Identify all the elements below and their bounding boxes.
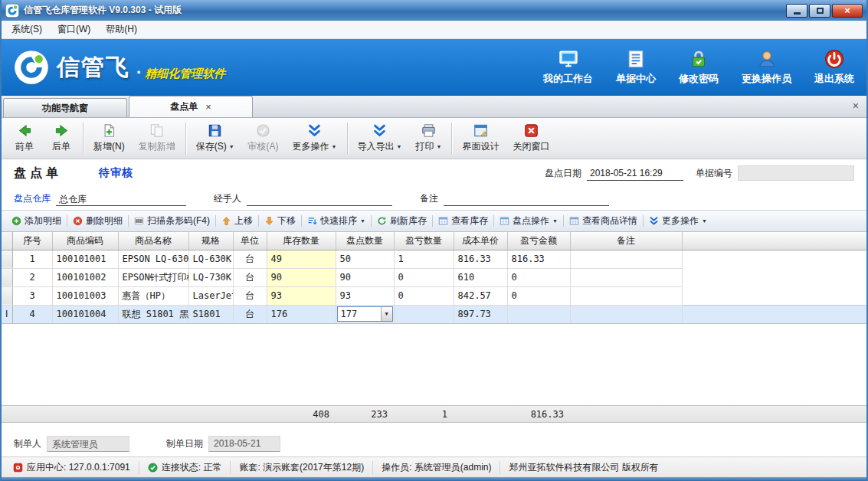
- table-row-4[interactable]: I4100101004联想 S1801 黑白激S1801台176177▼897.…: [2, 305, 866, 323]
- cell-name[interactable]: 惠普（HP）: [118, 286, 188, 305]
- cell-stock_qty[interactable]: 93: [267, 286, 336, 305]
- cell-stock_qty[interactable]: 176: [267, 305, 336, 323]
- cell-count_qty[interactable]: 177▼: [336, 305, 394, 323]
- editor-dropdown-button[interactable]: ▼: [381, 307, 392, 321]
- banner-action-my-workbench[interactable]: 我的工作台: [543, 49, 593, 86]
- cell-diff_qty[interactable]: 0: [394, 286, 454, 305]
- cell-diff_amount[interactable]: [507, 305, 570, 323]
- column-header[interactable]: 序号: [12, 232, 52, 250]
- tab-close-icon[interactable]: ×: [205, 102, 211, 112]
- cell-stock_qty[interactable]: 90: [267, 268, 336, 286]
- cell-name[interactable]: EPSON针式打印机: [118, 268, 188, 286]
- cell-spec[interactable]: S1801: [188, 305, 233, 323]
- count-qty-editor[interactable]: 177▼: [337, 306, 393, 322]
- cell-spec[interactable]: LQ-730K: [188, 268, 233, 286]
- titlebar[interactable]: 信管飞仓库管理软件 V9.0.303 - 试用版 ×: [2, 0, 866, 21]
- cell-code[interactable]: 100101002: [52, 268, 118, 286]
- detail-quick-sort-button[interactable]: 快速排序▼: [302, 214, 371, 227]
- cell-cost_price[interactable]: 842.57: [454, 286, 507, 305]
- count-date-field[interactable]: 2018-05-21 16:29: [587, 166, 683, 181]
- tabstrip-close-icon[interactable]: ×: [853, 100, 859, 112]
- toolbar-import-export-button[interactable]: 导入导出▼: [351, 120, 409, 156]
- cell-remark[interactable]: [570, 286, 682, 305]
- toolbar-more-ops-button[interactable]: 更多操作▼: [286, 120, 344, 156]
- detail-scan-barcode-button[interactable]: 扫描条形码(F4): [129, 214, 215, 227]
- cell-spec[interactable]: LQ-630K: [188, 250, 233, 268]
- cell-diff_qty[interactable]: 0: [394, 268, 454, 286]
- cell-code[interactable]: 100101004: [52, 305, 118, 323]
- cell-count_qty[interactable]: 93: [336, 286, 394, 305]
- toolbar-new-button[interactable]: 新增(N): [87, 120, 132, 156]
- cell-seq[interactable]: 1: [12, 250, 52, 268]
- toolbar-ui-design-button[interactable]: 界面设计: [455, 120, 506, 156]
- detail-move-up-button[interactable]: 上移: [216, 214, 258, 227]
- cell-unit[interactable]: 台: [233, 250, 267, 268]
- handler-field[interactable]: [247, 191, 392, 206]
- cell-count_qty[interactable]: 90: [336, 268, 394, 286]
- cell-remark[interactable]: [570, 305, 682, 323]
- toolbar-save-button[interactable]: 保存(S)▼: [189, 120, 241, 156]
- column-header[interactable]: 单位: [233, 232, 267, 250]
- detail-view-stock-button[interactable]: 查看库存: [433, 214, 493, 227]
- cell-spec[interactable]: LaserJet: [188, 286, 233, 305]
- cell-cost_price[interactable]: 897.73: [454, 305, 507, 323]
- column-header[interactable]: 备注: [570, 232, 682, 250]
- column-header[interactable]: 库存数量: [267, 232, 336, 250]
- cell-seq[interactable]: 2: [12, 268, 52, 286]
- cell-diff_amount[interactable]: 0: [507, 286, 570, 305]
- cell-cost_price[interactable]: 610: [454, 268, 507, 286]
- cell-name[interactable]: EPSON LQ-630K: [118, 250, 188, 268]
- close-button[interactable]: ×: [832, 4, 863, 18]
- toolbar-close-window-button[interactable]: 关闭窗口: [506, 120, 556, 156]
- cell-code[interactable]: 100101001: [52, 250, 118, 268]
- menu-window[interactable]: 窗口(W): [50, 21, 98, 38]
- cell-seq[interactable]: 3: [12, 286, 52, 305]
- detail-more-ops-button[interactable]: 更多操作▼: [644, 214, 712, 227]
- cell-unit[interactable]: 台: [233, 286, 267, 305]
- detail-view-product-detail-button[interactable]: 查看商品详情: [564, 214, 643, 227]
- detail-refresh-stock-button[interactable]: 刷新库存: [372, 214, 432, 227]
- column-header[interactable]: 商品名称: [118, 232, 188, 250]
- cell-stock_qty[interactable]: 49: [267, 250, 336, 268]
- cell-diff_qty[interactable]: [394, 305, 454, 323]
- column-header[interactable]: 商品编码: [52, 232, 118, 250]
- cell-remark[interactable]: [570, 250, 682, 268]
- cell-name[interactable]: 联想 S1801 黑白激: [118, 305, 188, 323]
- toolbar-print-button[interactable]: 打印▼: [408, 120, 448, 156]
- maximize-button[interactable]: [809, 4, 830, 18]
- banner-action-switch-operator[interactable]: 更换操作员: [742, 49, 791, 86]
- menu-help[interactable]: 帮助(H): [98, 21, 145, 38]
- warehouse-field[interactable]: 总仓库: [56, 191, 186, 206]
- table-row-2[interactable]: 2100101002EPSON针式打印机LQ-730K台909006100: [2, 268, 866, 286]
- detail-count-ops-button[interactable]: 盘点操作▼: [494, 214, 563, 227]
- cell-count_qty[interactable]: 50: [336, 250, 394, 268]
- detail-move-down-button[interactable]: 下移: [259, 214, 301, 227]
- cell-cost_price[interactable]: 816.33: [454, 250, 507, 268]
- cell-unit[interactable]: 台: [233, 268, 267, 286]
- cell-code[interactable]: 100101003: [52, 286, 118, 305]
- cell-seq[interactable]: 4: [12, 305, 52, 323]
- tab-stocktaking[interactable]: 盘点单×: [129, 96, 253, 117]
- banner-action-exit-system[interactable]: 退出系统: [814, 49, 854, 86]
- toolbar-prev-doc-button[interactable]: 前单: [6, 120, 43, 156]
- detail-delete-detail-button[interactable]: 删除明细: [67, 214, 128, 227]
- cell-diff_qty[interactable]: 1: [394, 250, 454, 268]
- toolbar-audit-button[interactable]: 审核(A): [241, 120, 286, 156]
- column-header[interactable]: 盘点数量: [336, 232, 394, 250]
- cell-diff_amount[interactable]: 0: [507, 268, 570, 286]
- menu-system[interactable]: 系统(S): [4, 21, 50, 38]
- cell-unit[interactable]: 台: [233, 305, 267, 323]
- minimize-button[interactable]: [786, 4, 807, 18]
- column-header[interactable]: 盈亏数量: [394, 232, 454, 250]
- cell-diff_amount[interactable]: 816.33: [507, 250, 570, 268]
- banner-action-change-password[interactable]: 修改密码: [679, 49, 719, 86]
- column-header[interactable]: 规格: [188, 232, 233, 250]
- toolbar-copy-new-button[interactable]: 复制新增: [132, 120, 182, 156]
- cell-remark[interactable]: [570, 268, 682, 286]
- table-row-1[interactable]: 1100101001EPSON LQ-630KLQ-630K台49501816.…: [2, 250, 866, 268]
- column-header[interactable]: 盈亏金额: [507, 232, 570, 250]
- table-row-3[interactable]: 3100101003惠普（HP）LaserJet台93930842.570: [2, 286, 866, 305]
- column-header[interactable]: 成本单价: [454, 232, 507, 250]
- toolbar-next-doc-button[interactable]: 后单: [43, 120, 80, 156]
- banner-action-document-center[interactable]: 单据中心: [616, 49, 656, 86]
